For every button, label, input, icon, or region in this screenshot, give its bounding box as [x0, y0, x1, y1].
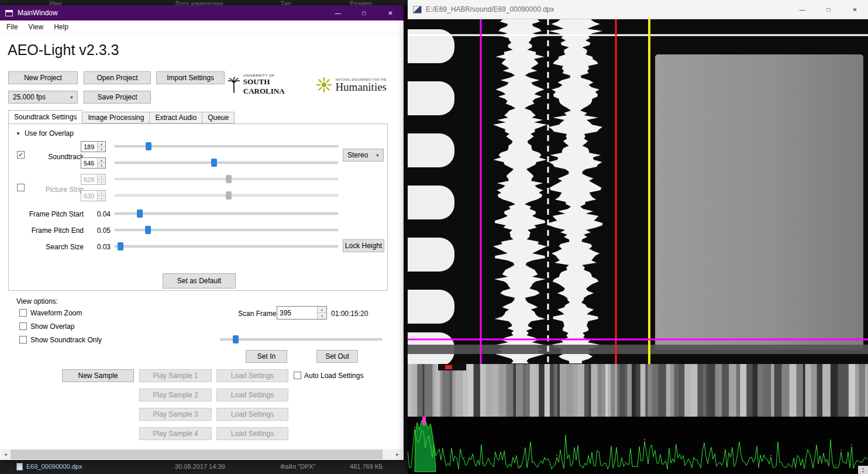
picture-left-spinbox[interactable]: 628 ▲▼ [81, 174, 106, 185]
picture-right-value: 630 [81, 191, 97, 201]
file-type: Файл "DPX" [280, 463, 316, 470]
set-as-default-button[interactable]: Set as Default [163, 273, 236, 288]
show-overlap-checkbox[interactable]: ✓ [19, 322, 27, 330]
import-settings-button[interactable]: Import Settings [156, 71, 225, 84]
slider-track[interactable] [115, 212, 338, 215]
explorer-col-size: Размер [350, 0, 372, 5]
new-project-button[interactable]: New Project [8, 71, 78, 84]
frame-pitch-start-slider[interactable] [115, 209, 338, 218]
spin-down-icon[interactable]: ▼ [98, 163, 105, 168]
collapse-arrow-icon: ▼ [16, 131, 20, 136]
slider-handle[interactable] [145, 226, 151, 234]
slider-handle[interactable] [211, 159, 217, 167]
spin-up-icon[interactable]: ▲ [98, 142, 105, 147]
close-icon[interactable]: ✕ [842, 0, 868, 19]
picture-left-slider [115, 175, 338, 183]
slider-handle[interactable] [146, 142, 151, 150]
load-settings-1-button[interactable]: Load Settings [216, 369, 288, 382]
frame-position-slider[interactable] [220, 335, 382, 344]
app-title: AEO-Light v2.3.3 [8, 42, 119, 59]
overlap-toggle-label: Use for Overlap [25, 129, 74, 138]
soundtrack-left-spinbox[interactable]: 189 ▲▼ [81, 141, 106, 152]
tab-bar: Soundtrack Settings Image Processing Ext… [8, 110, 234, 123]
spin-down-icon[interactable]: ▼ [318, 313, 326, 319]
load-settings-3-button[interactable]: Load Settings [216, 408, 288, 421]
scroll-right-icon[interactable]: ► [392, 449, 402, 459]
slider-handle[interactable] [118, 242, 123, 250]
neh-line2: Humanities [335, 81, 387, 92]
spin-arrows[interactable]: ▲▼ [97, 142, 105, 152]
explorer-file-row: E69_00090000.dpx 30.08.2017 14:39 Файл "… [0, 460, 408, 474]
play-sample-2-button[interactable]: Play Sample 2 [139, 389, 212, 401]
frame-pitch-end-value: 0.05 [91, 226, 111, 235]
tab-soundtrack-settings[interactable]: Soundtrack Settings [8, 110, 82, 123]
load-settings-4-button[interactable]: Load Settings [216, 427, 288, 440]
scroll-down-icon[interactable]: ▼ [862, 470, 864, 473]
tab-queue[interactable]: Queue [202, 112, 235, 123]
soundtrack-right-spinbox[interactable]: 546 ▲▼ [81, 157, 106, 169]
film-scan-view[interactable] [408, 19, 868, 364]
scan-frame-spinbox[interactable]: 395 ▲▼ [277, 306, 327, 320]
viewer-titlebar[interactable]: E:/E69_HABR/sound/E69_00090000.dpx — □ ✕ [408, 0, 868, 19]
channel-mode-combo[interactable]: Stereo ▼ [343, 149, 384, 162]
play-sample-1-button[interactable]: Play Sample 1 [139, 369, 212, 382]
spin-arrows[interactable]: ▲▼ [97, 158, 105, 168]
search-size-slider[interactable] [115, 242, 338, 250]
auto-load-settings-checkbox[interactable]: ✓ [294, 372, 301, 379]
main-window-title: MainWindow [18, 9, 58, 17]
open-project-button[interactable]: Open Project [84, 71, 151, 84]
spin-up-icon[interactable]: ▲ [98, 158, 105, 163]
play-sample-4-button[interactable]: Play Sample 4 [139, 427, 212, 440]
close-icon[interactable]: ✕ [377, 5, 404, 20]
film-strip-minimap[interactable] [408, 364, 868, 417]
waveform-zoom-checkbox[interactable]: ✓ [19, 309, 27, 317]
soundtrack-left-slider[interactable] [115, 142, 338, 150]
explorer-col-type: Тип [280, 0, 291, 5]
spin-arrows: ▲▼ [97, 174, 105, 184]
spin-down-icon[interactable]: ▼ [98, 147, 105, 152]
slider-track[interactable] [115, 162, 338, 164]
file-name: E69_00090000.dpx [26, 463, 82, 470]
save-project-button[interactable]: Save Project [84, 91, 151, 104]
minimize-icon[interactable]: — [325, 5, 351, 20]
slider-handle[interactable] [137, 209, 143, 218]
scrollbar-thumb[interactable] [11, 449, 383, 459]
load-settings-2-button[interactable]: Load Settings [216, 389, 288, 401]
scan-frame-label: Scan Frame: [238, 310, 278, 318]
slider-handle [226, 175, 232, 183]
frame-pitch-end-label: Frame Pitch End [25, 226, 84, 235]
minimize-icon[interactable]: — [789, 0, 815, 19]
menu-view[interactable]: View [23, 20, 49, 33]
set-in-button[interactable]: Set In [246, 350, 287, 363]
main-window-titlebar[interactable]: MainWindow — □ ✕ [0, 5, 404, 20]
picture-strip-checkbox[interactable]: ✓ [17, 184, 25, 191]
spin-arrows[interactable]: ▲▼ [317, 307, 326, 319]
picture-right-spinbox[interactable]: 630 ▲▼ [81, 190, 106, 201]
maximize-icon[interactable]: □ [351, 5, 377, 20]
play-sample-3-button[interactable]: Play Sample 3 [139, 408, 212, 421]
set-out-button[interactable]: Set Out [316, 350, 358, 363]
scrollbar-track[interactable] [11, 449, 392, 459]
show-soundtrack-only-checkbox[interactable]: ✓ [19, 336, 27, 344]
fps-combo[interactable]: 25.000 fps ▼ [8, 91, 78, 104]
horizontal-scrollbar[interactable]: ◄ ► [1, 449, 402, 459]
slider-track[interactable] [115, 245, 338, 248]
tab-image-processing[interactable]: Image Processing [82, 112, 150, 123]
maximize-icon[interactable]: □ [815, 0, 842, 19]
soundtrack-right-value: 546 [81, 158, 97, 168]
soundtrack-enable-checkbox[interactable]: ✓ [17, 151, 25, 159]
tab-extract-audio[interactable]: Extract Audio [149, 112, 202, 123]
lock-height-button[interactable]: Lock Height [343, 239, 384, 252]
frame-pitch-end-slider[interactable] [115, 226, 338, 234]
menu-help[interactable]: Help [49, 20, 74, 33]
soundtrack-right-slider[interactable] [115, 159, 338, 167]
spin-up-icon[interactable]: ▲ [318, 307, 326, 313]
slider-handle[interactable] [233, 335, 239, 344]
viewer-scroll-corner[interactable]: ▲ ▼ [858, 466, 868, 474]
new-sample-button[interactable]: New Sample [62, 369, 134, 382]
overlap-collapse-toggle[interactable]: ▼ Use for Overlap [16, 129, 74, 138]
file-date: 30.08.2017 14:39 [175, 463, 225, 470]
scroll-left-icon[interactable]: ◄ [1, 449, 11, 459]
menu-file[interactable]: File [1, 20, 23, 33]
slider-track[interactable] [220, 338, 382, 341]
